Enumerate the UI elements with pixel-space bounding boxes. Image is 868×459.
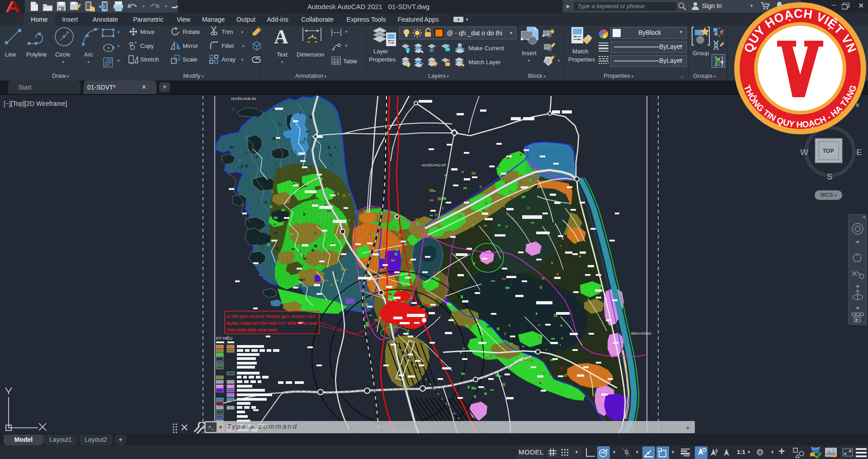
svg-text:BIỂN ĐÔNG: BIỂN ĐÔNG	[631, 331, 651, 336]
svg-text:E: E	[856, 147, 862, 157]
svg-text:HUYỆN PHÙ MỸ: HUYỆN PHÙ MỸ	[422, 163, 446, 167]
svg-text:TẦM NHÌN ĐẾN NĂM 2050: TẦM NHÌN ĐẾN NĂM 2050	[226, 328, 277, 332]
svg-text:KÝ HIỆU: KÝ HIỆU	[216, 336, 232, 341]
svg-text:TOP: TOP	[823, 148, 834, 154]
svg-text:DỰNG VÙNG HUYỆN PHÚ CÁT ĐẾN NĂ: DỰNG VÙNG HUYỆN PHÚ CÁT ĐẾN NĂM 2040	[226, 321, 317, 326]
svg-text:S: S	[827, 172, 833, 181]
svg-text:HUYỆN HOÀI ÂN: HUYỆN HOÀI ÂN	[231, 97, 256, 100]
svg-text:W: W	[800, 147, 808, 157]
svg-text:VỊ TRÍ QUY HOẠCH TRONG QUY HOẠ: VỊ TRÍ QUY HOẠCH TRONG QUY HOẠCH XÂY	[226, 314, 315, 319]
